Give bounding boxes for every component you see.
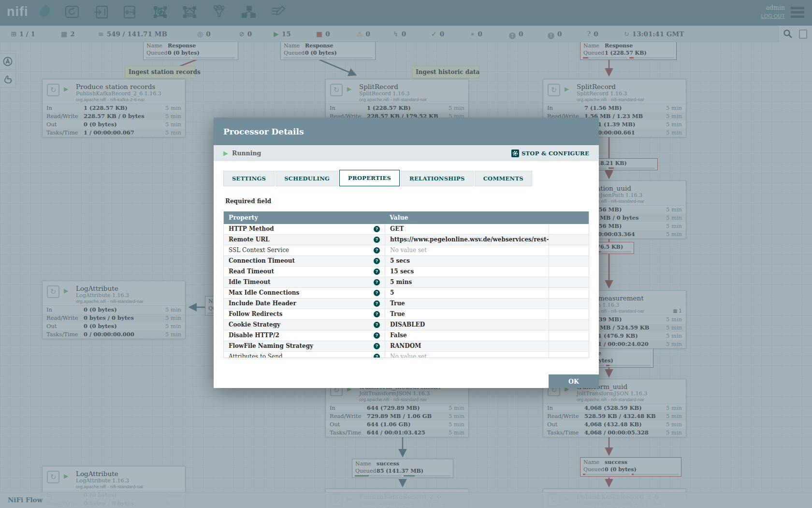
- property-value[interactable]: 5 mins: [385, 277, 549, 287]
- property-value[interactable]: GET: [385, 224, 549, 234]
- column-header-property: Property: [224, 211, 385, 224]
- ok-button[interactable]: OK: [549, 374, 599, 388]
- property-row: Remote URL?https://www.pegelonline.wsv.d…: [224, 235, 589, 245]
- property-name: Max Idle Connections?: [224, 288, 385, 298]
- property-name: HTTP Method?: [224, 224, 385, 234]
- help-icon[interactable]: ?: [374, 258, 380, 264]
- properties-table-header: Property Value: [224, 211, 589, 224]
- running-status-label: Running: [232, 149, 261, 157]
- property-row: Include Date Header?True: [224, 299, 589, 309]
- property-name: Idle Timeout?: [224, 277, 385, 287]
- property-value[interactable]: True: [385, 309, 549, 319]
- property-name: Follow Redirects?: [224, 309, 385, 319]
- tab-comments[interactable]: COMMENTS: [475, 171, 532, 186]
- property-row: Cookie Strategy?DISABLED: [224, 320, 589, 330]
- property-value[interactable]: RANDOM: [385, 341, 549, 351]
- tab-settings[interactable]: SETTINGS: [223, 171, 275, 186]
- property-row: Disable HTTP/2?False: [224, 330, 589, 341]
- tab-relationships[interactable]: RELATIONSHIPS: [401, 171, 474, 186]
- dialog-tabs: SETTINGSSCHEDULINGPROPERTIESRELATIONSHIP…: [214, 161, 599, 186]
- property-name: Attributes to Send?: [224, 352, 385, 358]
- tab-scheduling[interactable]: SCHEDULING: [276, 171, 338, 186]
- dialog-status-bar: ▶ Running STOP & CONFIGURE: [214, 145, 599, 161]
- property-value[interactable]: No value set: [385, 245, 549, 255]
- property-value[interactable]: 15 secs: [385, 267, 549, 277]
- property-row: Read Timeout?15 secs: [224, 267, 589, 277]
- help-icon[interactable]: ?: [374, 226, 380, 232]
- help-icon[interactable]: ?: [374, 300, 380, 307]
- help-icon[interactable]: ?: [374, 247, 380, 254]
- property-name: Cookie Strategy?: [224, 320, 385, 330]
- property-row: Idle Timeout?5 mins: [224, 277, 589, 288]
- property-name: FlowFile Naming Strategy?: [224, 341, 385, 351]
- processor-details-dialog: Processor Details ▶ Running STOP & CONFI…: [214, 118, 599, 388]
- required-field-note: Required field: [214, 186, 599, 205]
- property-row: FlowFile Naming Strategy?RANDOM: [224, 341, 589, 352]
- gear-icon: [511, 149, 519, 157]
- stop-and-configure-button[interactable]: STOP & CONFIGURE: [511, 149, 589, 157]
- property-row: Max Idle Connections?5: [224, 288, 589, 299]
- help-icon[interactable]: ?: [374, 332, 380, 339]
- property-value[interactable]: https://www.pegelonline.wsv.de/webservic…: [385, 235, 549, 245]
- help-icon[interactable]: ?: [374, 311, 380, 317]
- running-status-icon: ▶: [223, 149, 228, 157]
- nifi-app: NameResponseQueued0 (0 bytes)NameRespons…: [0, 0, 812, 508]
- help-icon[interactable]: ?: [374, 322, 380, 328]
- help-icon[interactable]: ?: [374, 279, 380, 285]
- property-name: Disable HTTP/2?: [224, 330, 385, 341]
- property-value[interactable]: DISABLED: [385, 320, 549, 330]
- property-value[interactable]: True: [385, 299, 549, 309]
- property-name: Remote URL?: [224, 235, 385, 245]
- dialog-title: Processor Details: [223, 127, 304, 136]
- help-icon[interactable]: ?: [374, 354, 380, 358]
- property-value[interactable]: 5: [385, 288, 549, 298]
- tab-properties[interactable]: PROPERTIES: [339, 170, 400, 186]
- property-name: SSL Context Service?: [224, 245, 385, 255]
- property-value[interactable]: No value set: [385, 352, 549, 358]
- property-value[interactable]: False: [385, 330, 549, 341]
- dialog-header: Processor Details: [214, 118, 599, 145]
- help-icon[interactable]: ?: [374, 343, 380, 349]
- property-row: Connection Timeout?5 secs: [224, 256, 589, 267]
- help-icon[interactable]: ?: [374, 290, 380, 296]
- property-name: Include Date Header?: [224, 299, 385, 309]
- property-name: Connection Timeout?: [224, 256, 385, 266]
- property-name: Read Timeout?: [224, 267, 385, 277]
- column-header-value: Value: [385, 211, 549, 224]
- properties-table: Property Value HTTP Method?GETRemote URL…: [223, 211, 589, 358]
- property-row: Attributes to Send?No value set: [224, 352, 589, 358]
- property-value[interactable]: 5 secs: [385, 256, 549, 266]
- property-row: SSL Context Service?No value set: [224, 245, 589, 256]
- property-row: HTTP Method?GET: [224, 224, 589, 235]
- property-row: Follow Redirects?True: [224, 309, 589, 320]
- help-icon[interactable]: ?: [374, 237, 380, 243]
- help-icon[interactable]: ?: [374, 269, 380, 275]
